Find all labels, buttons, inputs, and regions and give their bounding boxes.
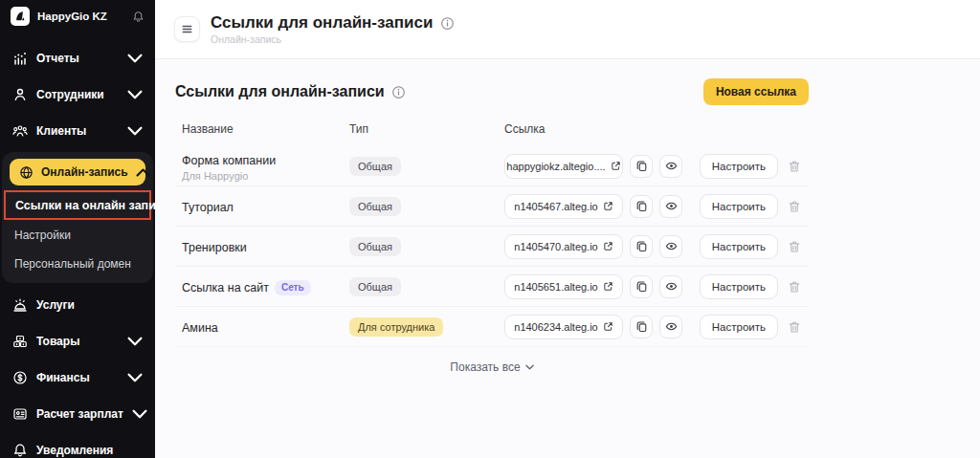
sidebar-subitem[interactable]: Ссылки на онлайн запись <box>4 190 151 220</box>
trash-icon <box>788 200 801 213</box>
configure-button[interactable]: Настроить <box>700 274 778 299</box>
configure-button[interactable]: Настроить <box>700 194 778 219</box>
table-row: Форма компанииДля HappygioОбщаяhappygiok… <box>175 146 809 186</box>
show-all-button[interactable]: Показать все <box>175 360 809 374</box>
trash-icon <box>788 280 801 294</box>
sidebar-item-online-booking[interactable]: Онлайн-запись <box>10 159 145 185</box>
link-pill[interactable]: n1406234.alteg.io <box>504 315 623 339</box>
chevron-down-icon <box>127 370 143 385</box>
cell-name: Амина <box>182 318 349 336</box>
sidebar-item[interactable]: Расчет зарплат <box>0 396 155 432</box>
column-header-type: Тип <box>349 122 504 136</box>
chevron-down-icon <box>127 87 143 102</box>
preview-button[interactable] <box>659 235 682 258</box>
type-badge: Общая <box>349 197 401 216</box>
page-title: Ссылки для онлайн-записи <box>211 13 433 33</box>
preview-button[interactable] <box>659 316 682 338</box>
clients-icon <box>12 123 28 139</box>
eye-icon <box>665 160 678 172</box>
sidebar-item[interactable]: Сотрудники <box>0 76 155 113</box>
cell-name: Тренировки <box>182 238 349 255</box>
copy-button[interactable] <box>630 275 653 298</box>
delete-button[interactable] <box>787 319 802 335</box>
sidebar-item-label: Товары <box>36 335 79 348</box>
preview-button[interactable] <box>659 195 682 218</box>
type-badge: Для сотрудника <box>349 317 443 337</box>
main-area: Ссылки для онлайн-записи Онлайн-запись С… <box>155 0 980 458</box>
copy-icon <box>635 280 648 293</box>
table-row: ТуториалОбщаяn1405467.alteg.ioНастроить <box>175 186 809 227</box>
eye-icon <box>665 280 678 293</box>
copy-button[interactable] <box>630 235 653 258</box>
sidebar-item[interactable]: Услуги <box>0 287 155 323</box>
configure-button[interactable]: Настроить <box>700 154 778 179</box>
link-subtitle: Для Happygio <box>182 170 342 182</box>
delete-button[interactable] <box>787 239 802 254</box>
network-badge: Сеть <box>275 280 311 295</box>
configure-button[interactable]: Настроить <box>700 234 778 259</box>
table-row: АминаДля сотрудникаn1406234.alteg.ioНаст… <box>175 307 809 347</box>
link-url: happygiokz.altegio.... <box>506 161 605 172</box>
info-icon[interactable] <box>440 16 455 31</box>
delete-button[interactable] <box>787 199 802 214</box>
link-pill[interactable]: n1405651.alteg.io <box>504 274 623 299</box>
preview-button[interactable] <box>659 275 682 298</box>
delete-button[interactable] <box>787 279 802 294</box>
services-icon <box>12 297 28 313</box>
link-pill[interactable]: n1405470.alteg.io <box>504 234 623 259</box>
sidebar-item[interactable]: Уведомления <box>0 432 155 458</box>
cell-type: Общая <box>349 237 504 256</box>
cell-name: Ссылка на сайтСеть <box>182 278 349 295</box>
copy-icon <box>635 200 648 212</box>
breadcrumb: Онлайн-запись <box>211 33 455 45</box>
chevron-down-icon <box>127 334 143 349</box>
chevron-down-icon <box>136 165 150 180</box>
chevron-down-icon <box>525 364 534 370</box>
sidebar-item[interactable]: Финансы <box>0 360 155 396</box>
sidebar-item[interactable]: Отчеты <box>0 40 155 76</box>
eye-icon <box>665 200 678 212</box>
table-row: ТренировкиОбщаяn1405470.alteg.ioНастроит… <box>175 227 809 267</box>
link-url: n1406234.alteg.io <box>514 321 597 333</box>
copy-button[interactable] <box>630 155 653 178</box>
online-booking-icon <box>19 165 33 180</box>
link-pill[interactable]: happygiokz.altegio.... <box>504 154 623 179</box>
sidebar-item[interactable]: Клиенты <box>0 113 155 149</box>
new-link-button[interactable]: Новая ссылка <box>703 78 809 105</box>
eye-icon <box>665 240 678 252</box>
configure-button[interactable]: Настроить <box>700 315 778 339</box>
link-pill[interactable]: n1405467.alteg.io <box>504 194 623 219</box>
sidebar-item-label: Услуги <box>36 298 75 312</box>
sidebar-item-label: Онлайн-запись <box>41 165 128 179</box>
sidebar-subitem[interactable]: Персональный домен <box>2 250 153 278</box>
type-badge: Общая <box>349 277 401 296</box>
sidebar-item[interactable]: Товары <box>0 323 155 360</box>
info-icon[interactable] <box>391 85 406 99</box>
delete-button[interactable] <box>787 159 802 174</box>
link-url: n1405651.alteg.io <box>514 281 597 293</box>
type-badge: Общая <box>349 237 401 256</box>
link-name: Тренировки <box>182 241 247 254</box>
sidebar-submenu-panel: Онлайн-записьСсылки на онлайн записьНаст… <box>2 152 153 283</box>
brand-bar: HappyGio KZ <box>0 0 155 33</box>
sidebar-subitem[interactable]: Настройки <box>2 221 153 250</box>
cell-type: Общая <box>349 157 504 176</box>
link-name: Туториал <box>182 201 234 214</box>
table-header: Название Тип Ссылка <box>175 120 809 146</box>
copy-button[interactable] <box>630 316 653 338</box>
sidebar-nav: ОтчетыСотрудникиКлиентыОнлайн-записьСсыл… <box>0 33 155 458</box>
bell-icon[interactable] <box>132 11 145 23</box>
menu-button[interactable] <box>174 16 200 42</box>
sidebar-item-label: Финансы <box>36 371 90 384</box>
preview-button[interactable] <box>659 155 682 178</box>
brand-name: HappyGio KZ <box>37 11 107 22</box>
trash-icon <box>788 160 801 173</box>
topbar: Ссылки для онлайн-записи Онлайн-запись <box>155 0 980 59</box>
payroll-icon <box>12 406 28 422</box>
copy-button[interactable] <box>630 195 653 218</box>
link-name: Форма компании <box>182 154 276 167</box>
goods-icon <box>12 334 28 349</box>
sidebar-item-label: Отчеты <box>36 52 79 65</box>
copy-icon <box>635 160 648 172</box>
cell-type: Для сотрудника <box>349 317 504 337</box>
